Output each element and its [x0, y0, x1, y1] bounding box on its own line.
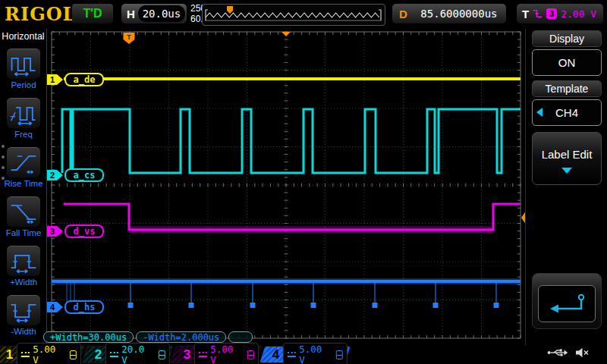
- display-group: Display ON: [532, 30, 602, 76]
- sidebar-item-neg-width-label[interactable]: -Width: [0, 327, 47, 336]
- horizontal-timebase-box[interactable]: H 20.0us: [121, 4, 187, 24]
- timebase-value: 20.0us: [138, 5, 185, 22]
- trigger-info-box[interactable]: T 3 2.00 V: [517, 4, 603, 24]
- bw-limit-icon: [159, 350, 165, 359]
- top-status-bar: RIGOL T'D H 20.0us 250MSa/s 60.0k pts D …: [0, 0, 607, 29]
- display-group-title: Display: [532, 30, 602, 47]
- usb-icon: [547, 348, 568, 357]
- channel-4-scale-box: 5.00 V: [283, 343, 348, 364]
- channel-3-scale-box: 5.00 V: [194, 343, 259, 364]
- menu-dot: [2, 145, 5, 148]
- channel-4-scale: 5.00 V: [299, 344, 333, 364]
- fall-time-icon: [8, 199, 39, 226]
- sidebar-item-pos-width-label[interactable]: +Width: [0, 278, 47, 287]
- sidebar-item-rise-time-label[interactable]: Rise Time: [0, 179, 47, 188]
- channel-1-status[interactable]: 1 5.00 V: [0, 346, 85, 363]
- template-ch4-button[interactable]: CH4: [532, 99, 602, 126]
- rise-time-icon: [8, 149, 39, 177]
- sidebar-item-rise-time[interactable]: [7, 147, 40, 177]
- measurement-nwidth: -Width=2.000us: [136, 331, 226, 343]
- menu-dot: [2, 166, 5, 169]
- channel-3-number: 3: [184, 347, 190, 362]
- svg-text:T: T: [127, 33, 131, 41]
- template-group-title: Template: [532, 80, 602, 97]
- dc-coupling-icon: [199, 352, 207, 358]
- chevron-left-icon: [536, 108, 543, 117]
- channel-2-number: 2: [95, 347, 102, 362]
- template-value: CH4: [555, 106, 578, 119]
- period-icon: [8, 51, 39, 78]
- waveform-preview[interactable]: [202, 4, 385, 26]
- trigger-level-value: 2.00 V: [561, 8, 596, 20]
- chevron-down-icon: [561, 168, 572, 174]
- dc-coupling-icon: [110, 352, 118, 358]
- label-edit-button[interactable]: Label Edit: [532, 132, 602, 185]
- dc-coupling-icon: [21, 352, 30, 358]
- sidebar-item-period[interactable]: [7, 49, 40, 79]
- scope-graticule: T: [47, 29, 525, 345]
- delay-box[interactable]: D 85.6000000us: [392, 4, 506, 24]
- system-status-icons: [547, 347, 589, 358]
- return-arrow-icon: [547, 293, 587, 315]
- sidebar-item-freq[interactable]: [7, 98, 40, 128]
- bw-limit-icon: [247, 350, 254, 359]
- sidebar-item-freq-label[interactable]: Freq: [0, 130, 47, 139]
- bw-limit-icon: [70, 350, 77, 359]
- menu-dot: [2, 155, 5, 158]
- channel-1-number: 1: [6, 347, 13, 362]
- channel-4-number: 4: [272, 347, 279, 362]
- channel-2-scale-box: 20.0 V: [105, 343, 170, 364]
- channel-status-bar: 1 5.00 V 2 20.0 V 3 5.00 V: [0, 345, 348, 364]
- dc-coupling-icon: [288, 352, 296, 358]
- delay-value: 85.6000000us: [412, 8, 506, 20]
- display-on-value: ON: [558, 56, 576, 69]
- trigger-status-badge: T'D: [72, 4, 113, 24]
- delay-label: D: [399, 8, 407, 20]
- channel-1-scale-box: 5.00 V: [17, 343, 81, 364]
- channel-1-scale: 5.00 V: [33, 344, 67, 364]
- speaker-muted-icon: [575, 347, 589, 358]
- rigol-logo: RIGOL: [5, 3, 76, 25]
- channel-2-scale: 20.0 V: [121, 344, 156, 364]
- sidebar-item-fall-time-label[interactable]: Fall Time: [0, 228, 47, 237]
- freq-icon: [8, 100, 39, 127]
- label-edit-text: Label Edit: [542, 148, 593, 161]
- channel-3-scale: 5.00 V: [210, 344, 244, 364]
- waveform-preview-plot: [203, 5, 383, 24]
- pos-width-icon: [8, 248, 39, 275]
- measure-category-title: Horizontal: [0, 31, 46, 42]
- neg-width-icon: [8, 297, 39, 325]
- measurement-empty-slot: [228, 331, 253, 343]
- channel-1-label[interactable]: a_de: [64, 73, 104, 86]
- bw-limit-icon: [336, 350, 343, 359]
- trigger-label: T: [522, 8, 529, 20]
- sidebar-item-period-label[interactable]: Period: [0, 80, 47, 89]
- channel-3-status[interactable]: 3 5.00 V: [170, 346, 262, 363]
- channel-4-status[interactable]: 4 5.00 V: [259, 346, 351, 363]
- channel-2-status[interactable]: 2 20.0 V: [81, 346, 173, 363]
- return-button[interactable]: [532, 273, 602, 329]
- softkey-menu: Display ON Template CH4 Label Edit: [525, 29, 607, 345]
- sidebar-item-pos-width[interactable]: [7, 246, 40, 276]
- sidebar-item-fall-time[interactable]: [7, 196, 40, 227]
- channel-2-label[interactable]: a_cs: [64, 168, 104, 182]
- measure-sidebar: Horizontal Period Freq Rise Time Fall Ti…: [0, 29, 47, 345]
- channel-3-label[interactable]: d_vs: [64, 224, 104, 238]
- measurement-readouts: +Width=30.00us -Width=2.000us: [43, 331, 253, 343]
- channel-4-label[interactable]: d_hs: [64, 300, 104, 314]
- template-group: Template CH4: [532, 80, 602, 126]
- display-on-button[interactable]: ON: [532, 49, 602, 76]
- menu-dot: [2, 177, 5, 180]
- sidebar-item-neg-width[interactable]: [7, 295, 40, 325]
- measurement-pwidth: +Width=30.00us: [43, 331, 134, 343]
- falling-edge-icon: [533, 8, 543, 19]
- trigger-source-badge: 3: [546, 8, 557, 19]
- horizontal-label: H: [127, 8, 135, 20]
